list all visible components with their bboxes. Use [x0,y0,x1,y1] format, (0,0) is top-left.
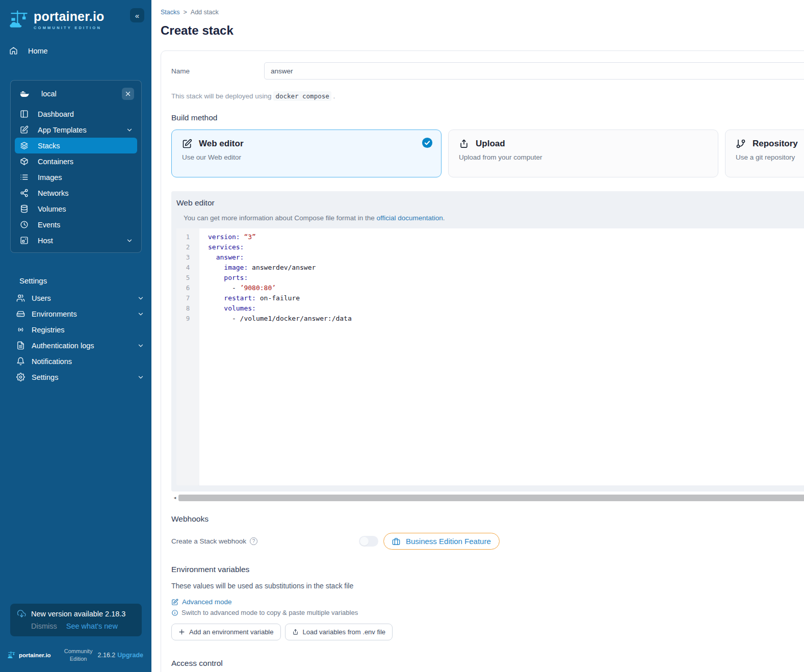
environment-section: local Dashboard App Templates Stacks Con… [10,80,142,253]
plus-icon [178,629,185,635]
scrollbar-thumb[interactable] [178,495,804,501]
layers-icon [20,141,29,150]
environment-variables-heading: Environment variables [171,565,804,574]
stack-webhook-toggle[interactable] [359,536,378,547]
sidebar-item-label: Events [38,221,60,229]
build-option-subtitle: Use a git repository [736,153,804,161]
create-stack-form-card: Name This stack will be deployed using d… [161,50,804,672]
breadcrumb-stacks-link[interactable]: Stacks [161,9,180,16]
sidebar-item-label: Settings [32,373,58,381]
editor-code[interactable]: version: “3”services: answer: image: ans… [199,228,804,485]
scrollbar-left-arrow[interactable]: ◂ [171,494,178,501]
sidebar-item-home[interactable]: Home [0,43,151,59]
sidebar-item-authentication-logs[interactable]: Authentication logs [0,338,151,353]
environment-name: local [41,90,57,98]
environment-header[interactable]: local [15,84,137,106]
sidebar-item-settings[interactable]: Settings [0,369,151,385]
sidebar-item-volumes[interactable]: Volumes [15,201,137,217]
business-edition-label: Business Edition Feature [406,537,491,546]
code-line: image: answerdev/answer [208,263,804,273]
network-share-icon [20,189,29,197]
chevron-down-icon [137,342,144,349]
update-notice: New version available 2.18.3 Dismiss See… [10,604,142,636]
sidebar-item-label: Stacks [38,142,60,150]
sidebar-item-label: Networks [38,189,68,197]
upload-icon [459,139,469,149]
build-option-upload[interactable]: Upload Upload from your computer [448,130,718,177]
sidebar-footer: portainer.io Community Edition 2.16.2 Up… [0,643,151,672]
name-field-row: Name [171,62,804,80]
environment-close-button[interactable] [122,88,134,100]
host-icon [20,236,29,245]
breadcrumb-separator: > [184,9,187,16]
build-option-web-editor[interactable]: Web editor Use our Web editor [171,130,442,177]
portainer-logo-icon [7,650,16,660]
dashboard-icon [20,110,29,118]
upgrade-link[interactable]: Upgrade [117,652,143,659]
upload-icon [292,629,299,635]
footer-version: 2.16.2 [98,652,116,659]
sidebar-item-label: Home [28,47,48,55]
breadcrumb-current: Add stack [191,9,219,16]
sidebar-item-app-templates[interactable]: App Templates [15,122,137,138]
sidebar-bottom: New version available 2.18.3 Dismiss See… [0,604,151,672]
file-text-icon [16,341,25,350]
environment-variable-buttons: Add an environment variable Load variabl… [171,624,804,640]
build-option-title: Upload [476,139,505,149]
code-line: services: [208,242,804,252]
brand-name: portainer.io [34,9,105,24]
webhooks-heading: Webhooks [171,514,804,524]
stack-name-input[interactable] [264,62,804,80]
webhook-row: Create a Stack webhook ? Business Editio… [171,533,804,550]
sidebar-item-networks[interactable]: Networks [15,185,137,201]
sidebar-item-users[interactable]: Users [0,290,151,306]
chevron-down-icon [126,126,133,134]
web-editor-heading: Web editor [176,198,804,208]
sidebar-header: portainer.io COMMUNITY EDITION « [0,0,151,32]
sidebar-item-images[interactable]: Images [15,169,137,185]
chevron-down-icon [126,237,133,244]
build-option-repository[interactable]: Repository Use a git repository [725,130,804,177]
sidebar-item-notifications[interactable]: Notifications [0,353,151,369]
see-whats-new-link[interactable]: See what's new [66,622,118,630]
sidebar-item-label: Notifications [32,357,72,366]
chevron-down-icon [137,374,144,381]
sidebar-item-stacks[interactable]: Stacks [15,138,137,153]
sidebar-item-label: Registries [32,326,64,334]
official-documentation-link[interactable]: official documentation [376,214,443,222]
box-icon [20,157,29,166]
bell-icon [16,357,25,366]
code-line: ports: [208,273,804,283]
load-variables-env-file-button[interactable]: Load variables from .env file [285,624,393,640]
sidebar-item-host[interactable]: Host [15,232,137,248]
info-icon [171,609,178,616]
database-icon [20,204,29,213]
sidebar-item-label: App Templates [38,126,87,134]
sidebar-item-events[interactable]: Events [15,217,137,232]
sidebar-item-label: Containers [38,158,73,166]
sidebar-item-label: Dashboard [38,110,74,118]
webhook-label: Create a Stack webhook ? [171,537,359,545]
briefcase-icon [392,537,400,546]
sidebar-collapse-button[interactable]: « [130,8,144,22]
sidebar-item-environments[interactable]: Environments [0,306,151,322]
main-content: Stacks>Add stack Create stack Name This … [151,0,804,672]
sidebar-item-containers[interactable]: Containers [15,153,137,169]
sidebar-item-label: Users [32,294,51,302]
dismiss-link[interactable]: Dismiss [31,622,57,630]
sidebar-item-registries[interactable]: Registries [0,322,151,338]
business-edition-badge[interactable]: Business Edition Feature [383,533,500,550]
code-line: version: “3” [208,232,804,242]
build-method-heading: Build method [171,113,804,122]
logo-text: portainer.io COMMUNITY EDITION [34,9,105,30]
advanced-mode-link[interactable]: Advanced mode [171,598,804,606]
sidebar-item-dashboard[interactable]: Dashboard [15,106,137,122]
edit-square-icon [20,125,29,134]
help-icon[interactable]: ? [250,537,257,545]
portainer-logo-icon [8,8,31,32]
page-title: Create stack [161,23,804,38]
add-environment-variable-button[interactable]: Add an environment variable [171,624,281,640]
home-icon [9,46,18,55]
build-option-title: Repository [753,139,798,149]
git-branch-icon [736,139,746,149]
